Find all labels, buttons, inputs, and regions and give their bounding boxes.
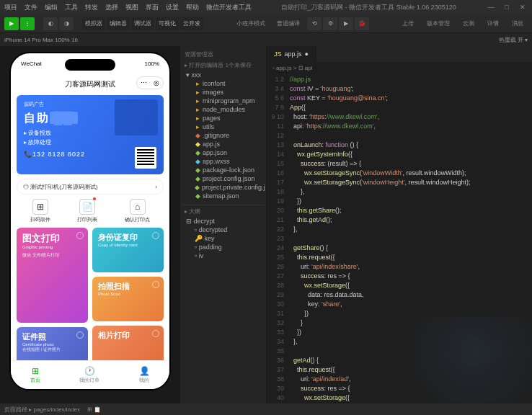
compile-select[interactable]: 普通编译 (277, 19, 300, 27)
menu-微信开发者工具[interactable]: 微信开发者工具 (206, 3, 252, 12)
code-editor[interactable]: //app.js const IV = 'houguang'; const KE… (287, 73, 532, 403)
card-graphic-print[interactable]: 图文打印 Graphic printing 微信 文件/照片打印 (17, 228, 88, 323)
menu-视图[interactable]: 视图 (125, 3, 138, 12)
toolbar-icon[interactable]: ▶ (339, 17, 353, 30)
toolbar-button[interactable]: ◐ (43, 17, 58, 30)
quick-action-list[interactable]: 📄打印列表 (77, 199, 97, 223)
page-path[interactable]: 页面路径 ▸ pages/index/index (4, 406, 80, 414)
menu-界面[interactable]: 界面 (146, 3, 159, 12)
toolbar-action-详情[interactable]: 详情 (487, 19, 499, 27)
breadcrumb[interactable]: ▫ app.js > ⊡ api (267, 62, 532, 73)
toolbar-button[interactable]: ◑ (59, 17, 74, 30)
tree-item[interactable]: ◆app.js (182, 140, 265, 148)
tree-item[interactable]: ◆sitemap.json (182, 192, 265, 200)
menu-项目[interactable]: 项目 (4, 3, 17, 12)
toolbar: ▶⋮ ◐◑ 模拟器编辑器调试器可视化云开发 小程序模式 普通编译 ⟲⚙▶🐞 上传… (0, 14, 532, 33)
tree-item[interactable]: ◆.gitignore (182, 131, 265, 140)
status-carrier: WeChat (21, 61, 42, 67)
scan-icon: ⊞ (32, 199, 48, 215)
hot-reload-toggle[interactable]: 热重载 开 ▾ (499, 36, 528, 44)
menu-选择[interactable]: 选择 (105, 3, 118, 12)
simulator-panel: WeChat 100% 刀客源码网测试 ⋯ ◎ 源码广告 自助██ ▸ 设备投放… (0, 46, 180, 403)
capsule-close-icon[interactable]: ◎ (150, 77, 163, 89)
tree-item[interactable]: ◆project.private.config.js... (182, 183, 265, 192)
chevron-right-icon: › (155, 184, 157, 190)
tree-item[interactable]: ◆package-lock.json (182, 166, 265, 174)
confirm-icon: ⌂ (130, 199, 146, 215)
toolbar-icon[interactable]: ⚙ (323, 17, 337, 30)
capsule-menu-icon[interactable]: ⋯ (137, 77, 150, 89)
menu-设置[interactable]: 设置 (166, 3, 179, 12)
toolbar-icon[interactable]: 🐞 (355, 17, 369, 30)
tree-item[interactable]: ▸iconfont (182, 79, 265, 88)
folder-icon: ▸ (195, 89, 200, 96)
toolbar-button[interactable]: ⋮ (20, 17, 35, 30)
quick-action-scan[interactable]: ⊞扫码取件 (30, 199, 50, 223)
toolbar-action-上传[interactable]: 上传 (402, 19, 414, 27)
mode-select[interactable]: 小程序模式 (236, 19, 265, 27)
js-icon: ◆ (195, 140, 200, 148)
tree-item[interactable]: ▸node_modules (182, 105, 265, 114)
folder-icon: ▸ (195, 106, 200, 113)
list-icon: 📄 (79, 199, 95, 215)
menu-帮助[interactable]: 帮助 (186, 3, 199, 12)
toolbar-tab-模拟器[interactable]: 模拟器 (82, 17, 105, 30)
tree-item[interactable]: ▸pages (182, 114, 265, 122)
tabbar-item[interactable]: 🕐我的订单 (79, 366, 99, 384)
tabbar-item[interactable]: 👤我的 (139, 366, 150, 384)
menu-转发[interactable]: 转发 (85, 3, 98, 12)
toolbar-tab-编辑器[interactable]: 编辑器 (107, 17, 130, 30)
json-icon: ◆ (195, 166, 200, 174)
js-file-icon: JS (274, 50, 282, 58)
play-icon: ◆ (195, 158, 200, 165)
outline-item[interactable]: ▫ decrypted (182, 226, 265, 234)
toolbar-tab-调试器[interactable]: 调试器 (131, 17, 154, 30)
menu-文件[interactable]: 文件 (25, 3, 37, 12)
tree-item[interactable]: ▸utils (182, 122, 265, 131)
folder-icon: ▸ (195, 97, 200, 104)
outline-item[interactable]: 🔑 key (182, 234, 265, 243)
toolbar-tab-可视化[interactable]: 可视化 (156, 17, 179, 30)
status-bar: 页面路径 ▸ pages/index/index ⊞ 📋 (0, 403, 532, 415)
address-selector[interactable]: ◎ 测试打印机(刀客源码测试) › (17, 179, 164, 195)
toolbar-action-云测[interactable]: 云测 (463, 19, 474, 27)
tree-item[interactable]: ▸images (182, 88, 265, 97)
toolbar-button[interactable]: ▶ (4, 17, 19, 30)
json-icon: ◆ (195, 184, 200, 191)
card-photo-scan[interactable]: 拍照扫描 Photo Scan (92, 277, 164, 321)
outline-item[interactable]: ▫ iv (182, 251, 265, 260)
json-icon: ◆ (195, 149, 200, 156)
tree-item[interactable]: ◆app.json (182, 148, 265, 157)
folder-icon: ▸ (195, 115, 200, 122)
outline-item[interactable]: ▫ padding (182, 243, 265, 251)
status-battery: 100% (145, 61, 159, 67)
folder-icon: ▸ (195, 80, 200, 87)
toolbar-action-版本管理[interactable]: 版本管理 (427, 19, 450, 27)
json-icon: ◆ (195, 175, 200, 182)
tree-item[interactable]: ◆app.wxss (182, 157, 265, 166)
toolbar-icon[interactable]: ⟲ (307, 17, 322, 30)
outline-item[interactable]: ⊟ decrypt (182, 217, 265, 226)
device-bar: iPhone 14 Pro Max 100% 16 热重载 开 ▾ (0, 33, 532, 46)
toolbar-action-消息[interactable]: 消息 (512, 19, 523, 27)
close-icon[interactable]: ✕ (518, 4, 528, 11)
folder-icon: ▸ (195, 123, 200, 130)
tabbar-item[interactable]: ⊞首页 (30, 366, 40, 384)
device-select[interactable]: iPhone 14 Pro Max 100% 16 (4, 37, 78, 43)
menu-编辑[interactable]: 编辑 (45, 3, 58, 12)
minimize-icon[interactable]: — (486, 4, 496, 11)
tree-root[interactable]: ▾ xxx (182, 71, 265, 79)
quick-action-confirm[interactable]: ⌂确认打印点 (125, 199, 150, 223)
editor-tab[interactable]: JS app.js ● (267, 46, 316, 62)
window-title: 自助打印_刀客源码网 - 微信开发者工具 Stable 1.06.2305120 (252, 3, 486, 12)
menu-工具[interactable]: 工具 (65, 3, 78, 12)
title-bar: 项目文件编辑工具转发选择视图界面设置帮助微信开发者工具 自助打印_刀客源码网 -… (0, 0, 532, 14)
maximize-icon[interactable]: □ (502, 4, 512, 11)
toolbar-tab-云开发[interactable]: 云开发 (180, 17, 203, 30)
qr-code-icon[interactable] (135, 147, 156, 169)
tree-item[interactable]: ▸miniprogram_npm (182, 97, 265, 105)
card-id-copy[interactable]: 身份证复印 Copy of identity card (92, 228, 164, 272)
tree-item[interactable]: ◆project.config.json (182, 174, 265, 183)
explorer-panel: 资源管理器 ▸ 打开的编辑器 1个未保存 ▾ xxx ▸iconfont▸ima… (180, 46, 267, 403)
hero-banner[interactable]: 源码广告 自助██ ▸ 设备投放 ▸ 故障处理 📞132 8128 8022 (17, 95, 164, 174)
